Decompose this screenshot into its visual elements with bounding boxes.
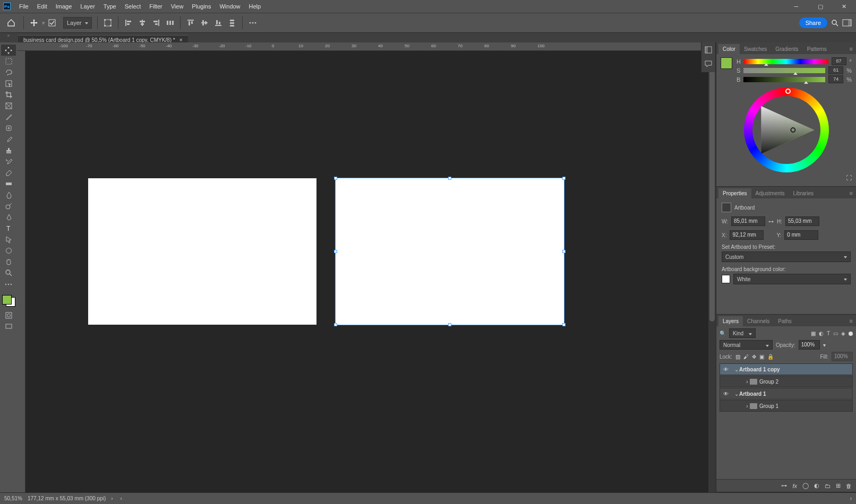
filter-adjust-icon[interactable]: ◐ xyxy=(819,331,824,336)
vertical-scrollbar[interactable] xyxy=(708,51,716,492)
chevron-right-icon[interactable]: › xyxy=(111,496,113,501)
filter-shape-icon[interactable]: ▭ xyxy=(833,331,838,336)
resize-handle[interactable] xyxy=(334,250,337,253)
doc-info[interactable]: 177,12 mm x 55,03 mm (300 ppi) xyxy=(28,496,106,501)
transform-controls-icon[interactable] xyxy=(102,17,114,29)
align-right-icon[interactable] xyxy=(150,17,162,29)
artboard-1[interactable] xyxy=(88,178,316,325)
hue-slider[interactable] xyxy=(744,59,828,64)
align-vcenter-icon[interactable] xyxy=(199,17,210,29)
panel-icon[interactable] xyxy=(704,46,713,54)
dodge-tool[interactable] xyxy=(1,201,16,212)
chevron-down-icon[interactable]: ⌄ xyxy=(734,391,739,397)
brush-tool[interactable] xyxy=(1,134,16,145)
hue-marker[interactable] xyxy=(785,89,791,94)
align-hcenter-icon[interactable] xyxy=(136,17,148,29)
filter-pixel-icon[interactable]: ▦ xyxy=(811,331,816,336)
more-options-icon[interactable] xyxy=(247,17,259,29)
align-top-icon[interactable] xyxy=(185,17,196,29)
bri-slider[interactable] xyxy=(743,77,825,82)
zoom-level[interactable]: 50,51% xyxy=(4,496,22,501)
distribute-v-icon[interactable] xyxy=(226,17,238,29)
lock-artboard-icon[interactable]: ▣ xyxy=(759,354,764,360)
autoselect-target-dropdown[interactable]: Layer xyxy=(63,17,92,29)
layer-mask-icon[interactable]: ◯ xyxy=(802,482,809,489)
search-icon[interactable] xyxy=(831,19,839,27)
color-triangle[interactable] xyxy=(756,101,819,159)
menu-select[interactable]: Select xyxy=(121,3,145,10)
sat-value[interactable]: 61 xyxy=(828,66,843,74)
marquee-tool[interactable] xyxy=(1,56,16,67)
edit-toolbar-icon[interactable] xyxy=(1,279,16,290)
history-brush-tool[interactable] xyxy=(1,156,16,167)
canvas[interactable] xyxy=(25,51,716,492)
hue-value[interactable]: 87 xyxy=(832,57,846,65)
search-icon[interactable]: 🔍 xyxy=(720,331,726,336)
adjustment-layer-icon[interactable]: ◐ xyxy=(814,482,819,489)
resize-handle[interactable] xyxy=(448,177,451,180)
resize-handle[interactable] xyxy=(562,177,566,180)
filter-toggle-icon[interactable] xyxy=(849,332,853,336)
chevron-right-icon[interactable]: › xyxy=(850,496,852,501)
panel-menu-icon[interactable]: ≡ xyxy=(846,316,856,326)
auto-select-toggle[interactable] xyxy=(45,16,59,30)
frame-tool[interactable] xyxy=(1,100,16,111)
chevron-right-icon[interactable]: › xyxy=(744,379,750,385)
menu-plugins[interactable]: Plugins xyxy=(187,3,215,10)
filter-kind-dropdown[interactable]: Kind xyxy=(729,328,756,338)
gradient-tool[interactable] xyxy=(1,178,16,189)
comment-icon[interactable] xyxy=(704,59,713,68)
visibility-icon[interactable]: 👁 xyxy=(722,391,730,397)
quick-mask-icon[interactable] xyxy=(1,310,16,321)
lock-pixels-icon[interactable]: 🖌 xyxy=(743,354,749,360)
menu-layer[interactable]: Layer xyxy=(76,3,99,10)
tab-patterns[interactable]: Patterns xyxy=(803,44,831,54)
tab-swatches[interactable]: Swatches xyxy=(740,44,771,54)
tab-channels[interactable]: Channels xyxy=(743,316,774,326)
window-minimize-icon[interactable]: ─ xyxy=(784,0,808,13)
preset-dropdown[interactable]: Custom xyxy=(722,251,851,262)
eyedropper-tool[interactable] xyxy=(1,111,16,123)
default-colors-icon[interactable] xyxy=(3,40,14,47)
ruler-horizontal[interactable]: -100 -70 -60 -50 -40 -30 -20 -10 0 10 20… xyxy=(17,42,716,51)
color-swatches[interactable] xyxy=(1,292,16,307)
expand-icon[interactable]: ⛶ xyxy=(721,175,852,181)
bgcolor-dropdown[interactable]: White xyxy=(733,274,851,284)
resize-handle[interactable] xyxy=(562,323,566,326)
stamp-tool[interactable] xyxy=(1,145,16,156)
layer-group-2[interactable]: › Group 2 xyxy=(720,376,853,387)
healing-tool[interactable] xyxy=(1,123,16,134)
chevron-right-icon[interactable]: › xyxy=(744,403,750,409)
resize-handle[interactable] xyxy=(448,323,451,326)
eraser-tool[interactable] xyxy=(1,167,16,178)
zoom-tool[interactable] xyxy=(1,267,16,279)
artboard-1-copy[interactable] xyxy=(336,178,564,325)
layer-artboard-1[interactable]: 👁 ⌄ Artboard 1 xyxy=(720,388,853,399)
new-layer-icon[interactable]: ⊞ xyxy=(836,482,841,489)
distribute-h-icon[interactable] xyxy=(164,17,176,29)
y-field[interactable]: 0 mm xyxy=(784,230,818,240)
ruler-vertical[interactable] xyxy=(17,51,25,492)
share-button[interactable]: Share xyxy=(799,18,827,28)
sat-slider[interactable] xyxy=(743,68,825,73)
resize-handle[interactable] xyxy=(334,177,337,180)
menu-help[interactable]: Help xyxy=(245,3,266,10)
tab-gradients[interactable]: Gradients xyxy=(771,44,802,54)
menu-window[interactable]: Window xyxy=(215,3,244,10)
shape-tool[interactable] xyxy=(1,245,16,256)
menu-edit[interactable]: Edit xyxy=(33,3,52,10)
visibility-icon[interactable]: 👁 xyxy=(722,367,730,372)
layer-artboard-1-copy[interactable]: 👁 ⌄ Artboard 1 copy xyxy=(720,363,853,375)
fill-field[interactable]: 100% xyxy=(832,352,853,361)
opacity-field[interactable]: 100% xyxy=(799,340,820,350)
screen-mode-icon[interactable] xyxy=(1,321,16,332)
lock-all-icon[interactable]: 🔒 xyxy=(767,354,774,360)
scrollbar-thumb[interactable] xyxy=(709,67,715,321)
tab-adjustments[interactable]: Adjustments xyxy=(751,188,789,198)
align-bottom-icon[interactable] xyxy=(212,17,224,29)
tab-paths[interactable]: Paths xyxy=(774,316,796,326)
delete-layer-icon[interactable]: 🗑 xyxy=(846,483,852,489)
active-color-swatch[interactable] xyxy=(721,57,732,69)
link-wh-icon[interactable]: ⊶ xyxy=(768,219,774,224)
panel-menu-icon[interactable]: ≡ xyxy=(846,188,856,198)
